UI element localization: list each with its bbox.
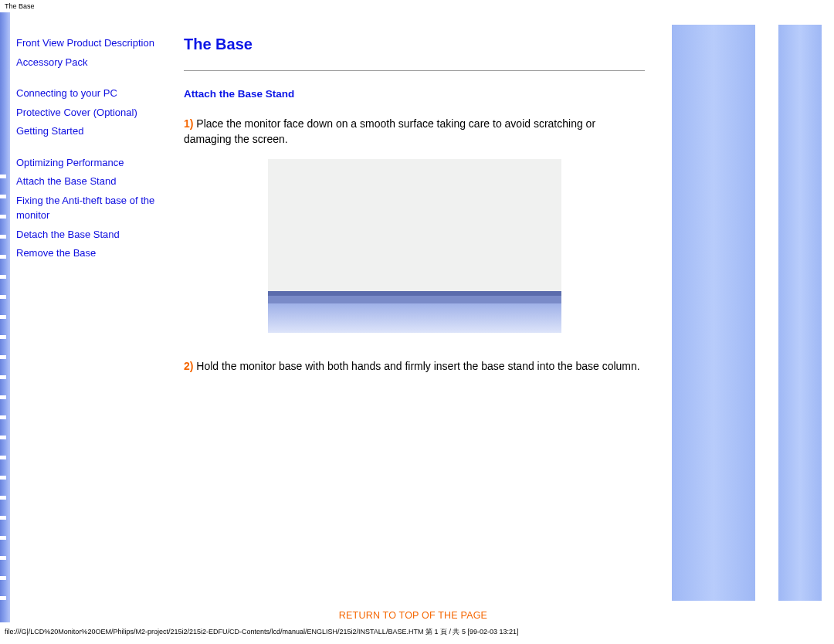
notch-wrap xyxy=(0,175,10,616)
step-2-text: Hold the monitor base with both hands an… xyxy=(193,360,639,372)
section-heading: Attach the Base Stand xyxy=(184,88,645,100)
step-1: 1) Place the monitor face down on a smoo… xyxy=(184,117,645,147)
step-1-text: Place the monitor face down on a smooth … xyxy=(184,117,595,145)
nav-attach-base-stand[interactable]: Attach the Base Stand xyxy=(16,174,164,189)
left-stripe xyxy=(0,12,10,622)
nav-front-view[interactable]: Front View Product Description xyxy=(16,36,164,51)
right-decoration xyxy=(672,25,834,601)
footer-path: file:///G|/LCD%20Monitor%20OEM/Philips/M… xyxy=(0,622,834,637)
nav-getting-started[interactable]: Getting Started xyxy=(16,124,164,139)
figure-placeholder xyxy=(268,159,561,333)
right-col-2 xyxy=(778,25,822,601)
step-2: 2) Hold the monitor base with both hands… xyxy=(184,359,645,375)
step-2-num: 2) xyxy=(184,360,193,372)
nav-detach-base-stand[interactable]: Detach the Base Stand xyxy=(16,227,164,242)
top-bar: The Base xyxy=(0,0,834,12)
step-1-num: 1) xyxy=(184,117,193,130)
nav-optimizing-performance[interactable]: Optimizing Performance xyxy=(16,155,164,171)
nav-remove-base[interactable]: Remove the Base xyxy=(16,246,164,261)
return-to-top-link[interactable]: RETURN TO TOP OF THE PAGE xyxy=(170,610,656,621)
sidebar: Front View Product Description Accessory… xyxy=(10,12,170,622)
container: Front View Product Description Accessory… xyxy=(0,12,834,622)
nav-accessory-pack[interactable]: Accessory Pack xyxy=(16,55,164,70)
main-content: The Base Attach the Base Stand 1) Place … xyxy=(170,12,656,622)
page-title: The Base xyxy=(184,36,645,53)
nav-protective-cover[interactable]: Protective Cover (Optional) xyxy=(16,105,164,120)
nav-fixing-anti-theft[interactable]: Fixing the Anti-theft base of the monito… xyxy=(16,193,164,223)
nav-connecting-pc[interactable]: Connecting to your PC xyxy=(16,86,164,101)
right-col-1 xyxy=(672,25,755,601)
divider xyxy=(184,70,645,71)
